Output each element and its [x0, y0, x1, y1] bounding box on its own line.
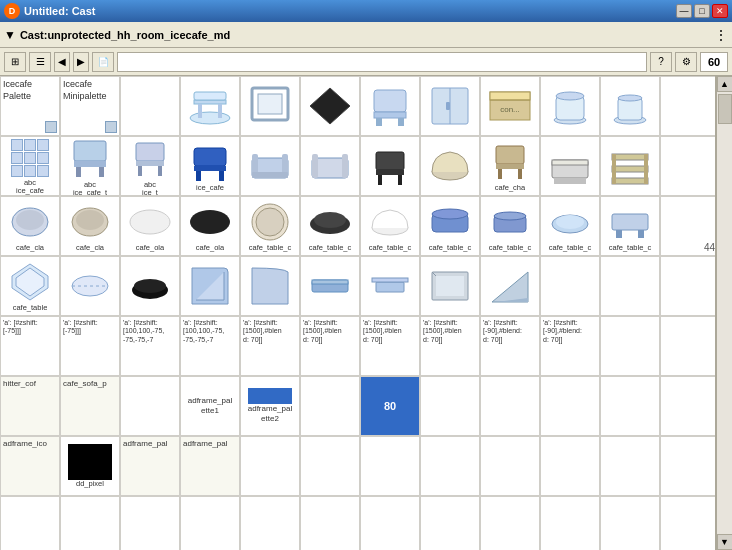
grid-cell-43[interactable]: [360, 256, 420, 316]
grid-cell-21[interactable]: cafe_cha: [480, 136, 540, 196]
grid-cell-4[interactable]: [180, 76, 240, 136]
grid-cell-3[interactable]: [120, 76, 180, 136]
grid-cell-61[interactable]: hitter_cof: [0, 376, 60, 436]
grid-cell-23[interactable]: [600, 136, 660, 196]
grid-cell-67[interactable]: 80: [360, 376, 420, 436]
grid-cell-72[interactable]: [660, 376, 716, 436]
grid-cell-78[interactable]: [300, 436, 360, 496]
grid-cell-1[interactable]: IcecafePalette: [0, 76, 60, 136]
cast-grid[interactable]: IcecafePaletteIcecafeMinipalettecon...ab…: [0, 76, 716, 550]
grid-cell-70[interactable]: [540, 376, 600, 436]
grid-cell-52[interactable]: 'a': [#zshift:[100,100,-75,-75,-75,-7: [180, 316, 240, 376]
grid-cell-53[interactable]: 'a': [#zshift:[1500],#blend: 70]]: [240, 316, 300, 376]
grid-cell-64[interactable]: adframe_palette1: [180, 376, 240, 436]
grid-cell-17[interactable]: [240, 136, 300, 196]
grid-cell-88[interactable]: [180, 496, 240, 550]
grid-cell-31[interactable]: cafe_table_c: [360, 196, 420, 256]
grid-cell-68[interactable]: [420, 376, 480, 436]
grid-cell-12[interactable]: [660, 76, 716, 136]
grid-cell-58[interactable]: 'a': [#zshift:[-90],#blend:d: 70]]: [540, 316, 600, 376]
grid-cell-14[interactable]: abcice_cafe_t: [60, 136, 120, 196]
grid-cell-87[interactable]: [120, 496, 180, 550]
grid-cell-95[interactable]: [600, 496, 660, 550]
grid-cell-10[interactable]: [540, 76, 600, 136]
grid-cell-82[interactable]: [540, 436, 600, 496]
grid-cell-59[interactable]: [600, 316, 660, 376]
scroll-down-button[interactable]: ▼: [717, 534, 733, 550]
grid-cell-39[interactable]: [120, 256, 180, 316]
grid-cell-47[interactable]: [600, 256, 660, 316]
grid-cell-41[interactable]: [240, 256, 300, 316]
maximize-button[interactable]: □: [694, 4, 710, 18]
grid-cell-86[interactable]: [60, 496, 120, 550]
grid-cell-66[interactable]: [300, 376, 360, 436]
grid-cell-74[interactable]: dd_pixel: [60, 436, 120, 496]
grid-cell-56[interactable]: 'a': [#zshift:[1500],#blend: 70]]: [420, 316, 480, 376]
grid-cell-96[interactable]: [660, 496, 716, 550]
grid-cell-91[interactable]: [360, 496, 420, 550]
grid-cell-35[interactable]: cafe_table_c: [600, 196, 660, 256]
scroll-up-button[interactable]: ▲: [717, 76, 733, 92]
grid-cell-57[interactable]: 'a': [#zshift:[-90],#blend:d: 70]]: [480, 316, 540, 376]
grid-cell-48[interactable]: [660, 256, 716, 316]
grid-cell-20[interactable]: [420, 136, 480, 196]
grid-cell-84[interactable]: [660, 436, 716, 496]
grid-cell-89[interactable]: [240, 496, 300, 550]
grid-cell-54[interactable]: 'a': [#zshift:[1500],#blend: 70]]: [300, 316, 360, 376]
grid-cell-25[interactable]: cafe_cla: [0, 196, 60, 256]
grid-cell-42[interactable]: [300, 256, 360, 316]
scroll-thumb[interactable]: [718, 94, 732, 124]
grid-cell-33[interactable]: cafe_table_c: [480, 196, 540, 256]
grid-view-button[interactable]: ⊞: [4, 52, 26, 72]
grid-cell-93[interactable]: [480, 496, 540, 550]
vertical-scrollbar[interactable]: ▲ ▼: [716, 76, 732, 550]
grid-cell-38[interactable]: [60, 256, 120, 316]
grid-cell-27[interactable]: cafe_ola: [120, 196, 180, 256]
grid-cell-9[interactable]: con...: [480, 76, 540, 136]
grid-cell-83[interactable]: [600, 436, 660, 496]
grid-cell-22[interactable]: [540, 136, 600, 196]
nav-back-button[interactable]: ◀: [54, 52, 70, 72]
grid-cell-85[interactable]: [0, 496, 60, 550]
grid-cell-80[interactable]: [420, 436, 480, 496]
grid-cell-18[interactable]: [300, 136, 360, 196]
settings-button[interactable]: ⚙: [675, 52, 697, 72]
search-input[interactable]: [117, 52, 647, 72]
minimize-button[interactable]: —: [676, 4, 692, 18]
grid-cell-29[interactable]: cafe_table_c: [240, 196, 300, 256]
grid-cell-79[interactable]: [360, 436, 420, 496]
grid-cell-71[interactable]: [600, 376, 660, 436]
grid-cell-11[interactable]: [600, 76, 660, 136]
grid-cell-37[interactable]: cafe_table: [0, 256, 60, 316]
grid-cell-50[interactable]: 'a': [#zshift:[-75]]]: [60, 316, 120, 376]
grid-cell-76[interactable]: adframe_pal: [180, 436, 240, 496]
title-buttons[interactable]: — □ ✕: [676, 4, 728, 18]
close-button[interactable]: ✕: [712, 4, 728, 18]
grid-cell-45[interactable]: [480, 256, 540, 316]
nav-forward-button[interactable]: ▶: [73, 52, 89, 72]
grid-cell-65[interactable]: adframe_palette2: [240, 376, 300, 436]
grid-cell-94[interactable]: [540, 496, 600, 550]
grid-cell-8[interactable]: [420, 76, 480, 136]
grid-cell-30[interactable]: cafe_table_c: [300, 196, 360, 256]
grid-cell-77[interactable]: [240, 436, 300, 496]
grid-cell-60[interactable]: [660, 316, 716, 376]
expand-arrow[interactable]: ▼: [4, 28, 16, 42]
script-button[interactable]: 📄: [92, 52, 114, 72]
grid-cell-90[interactable]: [300, 496, 360, 550]
grid-cell-36[interactable]: 44: [660, 196, 716, 256]
grid-cell-34[interactable]: cafe_table_c: [540, 196, 600, 256]
list-view-button[interactable]: ☰: [29, 52, 51, 72]
grid-cell-19[interactable]: [360, 136, 420, 196]
grid-cell-13[interactable]: abcice_cafe: [0, 136, 60, 196]
grid-cell-63[interactable]: [120, 376, 180, 436]
grid-cell-5[interactable]: [240, 76, 300, 136]
grid-cell-51[interactable]: 'a': [#zshift:[100,100,-75,-75,-75,-7: [120, 316, 180, 376]
grid-cell-46[interactable]: [540, 256, 600, 316]
grid-cell-62[interactable]: cafe_sofa_p: [60, 376, 120, 436]
grid-cell-28[interactable]: cafe_ola: [180, 196, 240, 256]
grid-cell-49[interactable]: 'a': [#zshift:[-75]]]: [0, 316, 60, 376]
grid-cell-6[interactable]: [300, 76, 360, 136]
grid-cell-15[interactable]: abcice_t: [120, 136, 180, 196]
settings-dots[interactable]: ⋮: [714, 27, 728, 43]
